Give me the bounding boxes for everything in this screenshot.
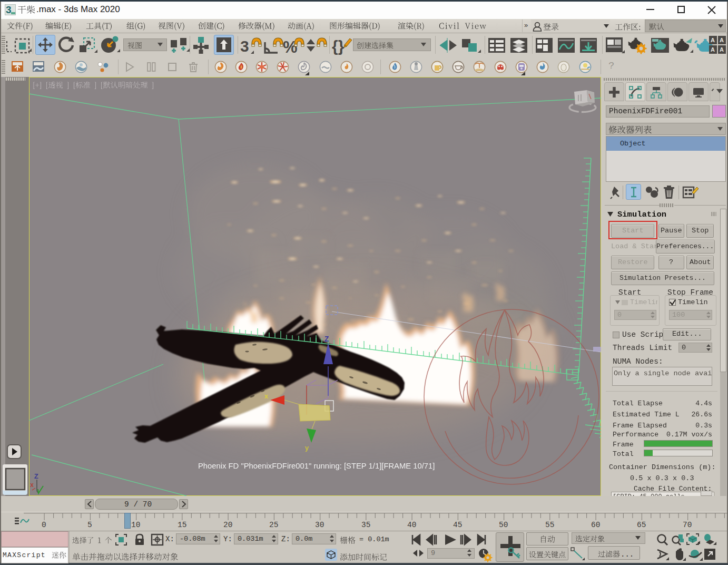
- svg-text:3: 3: [6, 4, 12, 15]
- svg-text:A: A: [720, 46, 724, 53]
- svg-text:A: A: [720, 37, 724, 43]
- svg-text:x: x: [30, 481, 34, 489]
- svg-text:A: A: [711, 37, 715, 43]
- svg-text:A: A: [711, 46, 715, 53]
- svg-text:Z: Z: [34, 472, 38, 480]
- svg-text:{}: {}: [332, 37, 345, 55]
- svg-text:3: 3: [240, 37, 249, 55]
